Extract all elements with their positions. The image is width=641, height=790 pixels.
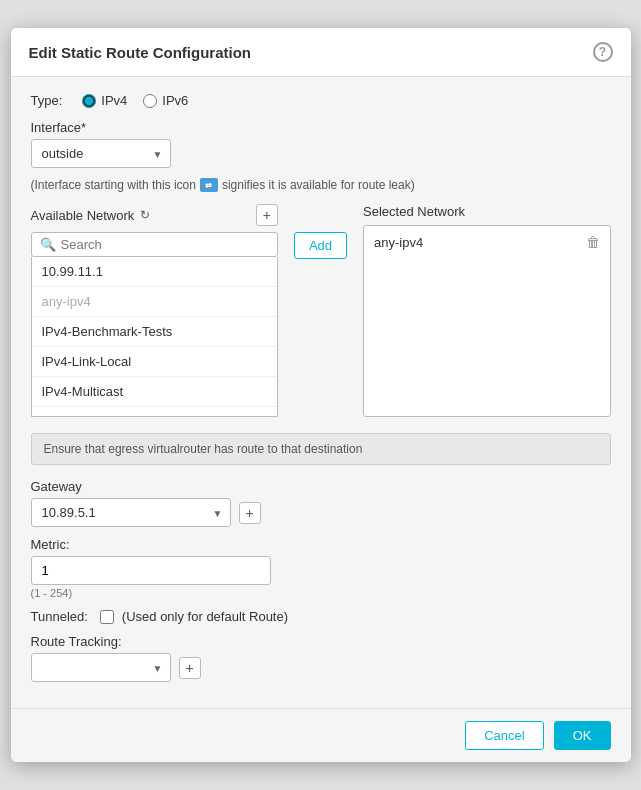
ipv4-label: IPv4 xyxy=(101,93,127,108)
gateway-add-icon[interactable]: + xyxy=(239,502,261,524)
svg-text:⇄: ⇄ xyxy=(205,181,212,190)
gateway-group: Gateway 10.89.5.1 ▼ + xyxy=(31,479,611,527)
help-icon[interactable]: ? xyxy=(593,42,613,62)
ipv6-radio[interactable] xyxy=(143,94,157,108)
delete-selected-icon[interactable]: 🗑 xyxy=(586,234,600,250)
selected-item-value: any-ipv4 xyxy=(374,235,423,250)
interface-select[interactable]: outside xyxy=(31,139,171,168)
tunneled-checkbox[interactable] xyxy=(100,610,114,624)
type-row: Type: IPv4 IPv6 xyxy=(31,93,611,108)
selected-network-header: Selected Network xyxy=(363,204,610,219)
available-network-header: Available Network ↻ + xyxy=(31,204,278,226)
interface-label: Interface* xyxy=(31,120,611,135)
metric-range-hint: (1 - 254) xyxy=(31,587,611,599)
dialog-header: Edit Static Route Configuration ? xyxy=(11,28,631,77)
egress-note: Ensure that egress virtualrouter has rou… xyxy=(31,433,611,465)
egress-note-text: Ensure that egress virtualrouter has rou… xyxy=(44,442,363,456)
list-item[interactable]: any-ipv4 xyxy=(32,287,277,317)
dialog-footer: Cancel OK xyxy=(11,708,631,762)
list-item[interactable]: IPv4-Benchmark-Tests xyxy=(32,317,277,347)
list-item[interactable]: 10.99.11.1 xyxy=(32,257,277,287)
search-icon: 🔍 xyxy=(40,237,56,252)
gateway-select[interactable]: 10.89.5.1 xyxy=(31,498,231,527)
route-tracking-add-icon[interactable]: + xyxy=(179,657,201,679)
add-btn-wrapper: Add xyxy=(294,204,347,417)
ok-button[interactable]: OK xyxy=(554,721,611,750)
interface-group: Interface* outside ▼ xyxy=(31,120,611,168)
interface-note-text2: signifies it is available for route leak… xyxy=(222,178,415,192)
selected-item-row: any-ipv4 🗑 xyxy=(374,234,599,250)
metric-group: Metric: (1 - 254) xyxy=(31,537,611,599)
network-list[interactable]: 10.99.11.1 any-ipv4 IPv4-Benchmark-Tests… xyxy=(31,257,278,417)
type-label: Type: xyxy=(31,93,63,108)
ipv6-label: IPv6 xyxy=(162,93,188,108)
refresh-icon[interactable]: ↻ xyxy=(140,208,150,222)
gateway-label: Gateway xyxy=(31,479,611,494)
search-box: 🔍 xyxy=(31,232,278,257)
interface-note-text1: (Interface starting with this icon xyxy=(31,178,196,192)
list-item[interactable]: IPv4-Link-Local xyxy=(32,347,277,377)
available-network-add-icon[interactable]: + xyxy=(256,204,278,226)
available-network-panel: Available Network ↻ + 🔍 10.99.11.1 any-i… xyxy=(31,204,278,417)
route-tracking-select[interactable] xyxy=(31,653,171,682)
edit-static-route-dialog: Edit Static Route Configuration ? Type: … xyxy=(11,28,631,762)
gateway-select-wrapper: 10.89.5.1 ▼ xyxy=(31,498,231,527)
interface-note: (Interface starting with this icon ⇄ sig… xyxy=(31,178,611,192)
route-tracking-label: Route Tracking: xyxy=(31,634,611,649)
dialog-body: Type: IPv4 IPv6 Interface* outside ▼ xyxy=(11,77,631,708)
route-tracking-group: Route Tracking: ▼ + xyxy=(31,634,611,682)
metric-label: Metric: xyxy=(31,537,611,552)
dialog-title: Edit Static Route Configuration xyxy=(29,44,252,61)
list-item[interactable]: IPv4-Multicast xyxy=(32,377,277,407)
tunneled-note: (Used only for default Route) xyxy=(122,609,288,624)
tunneled-row: Tunneled: (Used only for default Route) xyxy=(31,609,611,624)
route-leak-icon: ⇄ xyxy=(200,178,218,192)
metric-input[interactable] xyxy=(31,556,271,585)
network-section: Available Network ↻ + 🔍 10.99.11.1 any-i… xyxy=(31,204,611,417)
selected-network-box: any-ipv4 🗑 xyxy=(363,225,610,417)
route-tracking-row: ▼ + xyxy=(31,653,611,682)
available-network-label: Available Network xyxy=(31,208,135,223)
route-tracking-select-wrapper: ▼ xyxy=(31,653,171,682)
cancel-button[interactable]: Cancel xyxy=(465,721,543,750)
list-item[interactable]: IPv4-Private-10.0.0.0-8 xyxy=(32,407,277,417)
ipv4-radio-label[interactable]: IPv4 xyxy=(82,93,127,108)
tunneled-label: Tunneled: xyxy=(31,609,88,624)
gateway-row: 10.89.5.1 ▼ + xyxy=(31,498,611,527)
selected-network-label: Selected Network xyxy=(363,204,465,219)
available-network-title-group: Available Network ↻ xyxy=(31,208,151,223)
ipv6-radio-label[interactable]: IPv6 xyxy=(143,93,188,108)
selected-network-panel: Selected Network any-ipv4 🗑 xyxy=(363,204,610,417)
ipv4-radio[interactable] xyxy=(82,94,96,108)
type-radio-group: IPv4 IPv6 xyxy=(82,93,188,108)
interface-select-wrapper: outside ▼ xyxy=(31,139,171,168)
search-input[interactable] xyxy=(61,237,269,252)
add-button[interactable]: Add xyxy=(294,232,347,259)
